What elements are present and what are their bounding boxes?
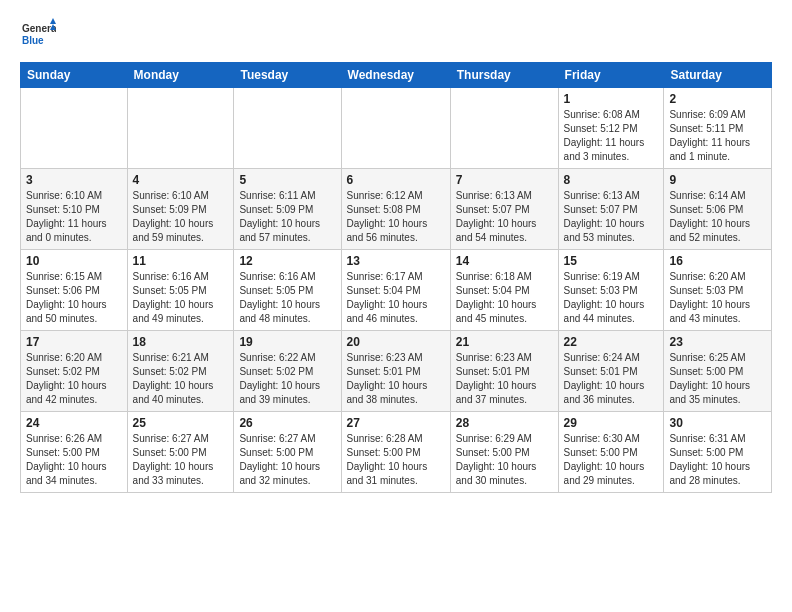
- day-info: Sunrise: 6:22 AM Sunset: 5:02 PM Dayligh…: [239, 351, 335, 407]
- week-row-3: 17Sunrise: 6:20 AM Sunset: 5:02 PM Dayli…: [21, 331, 772, 412]
- day-header-tuesday: Tuesday: [234, 63, 341, 88]
- calendar-cell: 28Sunrise: 6:29 AM Sunset: 5:00 PM Dayli…: [450, 412, 558, 493]
- calendar-cell: 2Sunrise: 6:09 AM Sunset: 5:11 PM Daylig…: [664, 88, 772, 169]
- day-number: 10: [26, 254, 122, 268]
- day-header-wednesday: Wednesday: [341, 63, 450, 88]
- svg-rect-0: [20, 16, 56, 52]
- day-info: Sunrise: 6:19 AM Sunset: 5:03 PM Dayligh…: [564, 270, 659, 326]
- day-header-thursday: Thursday: [450, 63, 558, 88]
- day-info: Sunrise: 6:10 AM Sunset: 5:10 PM Dayligh…: [26, 189, 122, 245]
- calendar-header: SundayMondayTuesdayWednesdayThursdayFrid…: [21, 63, 772, 88]
- day-number: 16: [669, 254, 766, 268]
- day-info: Sunrise: 6:23 AM Sunset: 5:01 PM Dayligh…: [456, 351, 553, 407]
- day-info: Sunrise: 6:26 AM Sunset: 5:00 PM Dayligh…: [26, 432, 122, 488]
- day-header-saturday: Saturday: [664, 63, 772, 88]
- day-number: 24: [26, 416, 122, 430]
- day-number: 14: [456, 254, 553, 268]
- header: General Blue: [20, 16, 772, 52]
- day-header-sunday: Sunday: [21, 63, 128, 88]
- day-number: 4: [133, 173, 229, 187]
- calendar-cell: 18Sunrise: 6:21 AM Sunset: 5:02 PM Dayli…: [127, 331, 234, 412]
- calendar: SundayMondayTuesdayWednesdayThursdayFrid…: [20, 62, 772, 493]
- day-number: 12: [239, 254, 335, 268]
- calendar-cell: 14Sunrise: 6:18 AM Sunset: 5:04 PM Dayli…: [450, 250, 558, 331]
- day-info: Sunrise: 6:14 AM Sunset: 5:06 PM Dayligh…: [669, 189, 766, 245]
- day-number: 22: [564, 335, 659, 349]
- header-row: SundayMondayTuesdayWednesdayThursdayFrid…: [21, 63, 772, 88]
- calendar-cell: 27Sunrise: 6:28 AM Sunset: 5:00 PM Dayli…: [341, 412, 450, 493]
- day-info: Sunrise: 6:29 AM Sunset: 5:00 PM Dayligh…: [456, 432, 553, 488]
- day-info: Sunrise: 6:30 AM Sunset: 5:00 PM Dayligh…: [564, 432, 659, 488]
- day-info: Sunrise: 6:16 AM Sunset: 5:05 PM Dayligh…: [239, 270, 335, 326]
- day-info: Sunrise: 6:27 AM Sunset: 5:00 PM Dayligh…: [239, 432, 335, 488]
- calendar-cell: 20Sunrise: 6:23 AM Sunset: 5:01 PM Dayli…: [341, 331, 450, 412]
- day-info: Sunrise: 6:28 AM Sunset: 5:00 PM Dayligh…: [347, 432, 445, 488]
- calendar-body: 1Sunrise: 6:08 AM Sunset: 5:12 PM Daylig…: [21, 88, 772, 493]
- day-info: Sunrise: 6:15 AM Sunset: 5:06 PM Dayligh…: [26, 270, 122, 326]
- calendar-cell: 16Sunrise: 6:20 AM Sunset: 5:03 PM Dayli…: [664, 250, 772, 331]
- calendar-cell: 13Sunrise: 6:17 AM Sunset: 5:04 PM Dayli…: [341, 250, 450, 331]
- calendar-cell: 19Sunrise: 6:22 AM Sunset: 5:02 PM Dayli…: [234, 331, 341, 412]
- day-number: 30: [669, 416, 766, 430]
- day-number: 21: [456, 335, 553, 349]
- day-number: 11: [133, 254, 229, 268]
- calendar-cell: 8Sunrise: 6:13 AM Sunset: 5:07 PM Daylig…: [558, 169, 664, 250]
- week-row-4: 24Sunrise: 6:26 AM Sunset: 5:00 PM Dayli…: [21, 412, 772, 493]
- calendar-cell: [341, 88, 450, 169]
- calendar-cell: 7Sunrise: 6:13 AM Sunset: 5:07 PM Daylig…: [450, 169, 558, 250]
- calendar-cell: 1Sunrise: 6:08 AM Sunset: 5:12 PM Daylig…: [558, 88, 664, 169]
- day-info: Sunrise: 6:12 AM Sunset: 5:08 PM Dayligh…: [347, 189, 445, 245]
- day-number: 3: [26, 173, 122, 187]
- day-info: Sunrise: 6:10 AM Sunset: 5:09 PM Dayligh…: [133, 189, 229, 245]
- calendar-cell: 12Sunrise: 6:16 AM Sunset: 5:05 PM Dayli…: [234, 250, 341, 331]
- day-number: 9: [669, 173, 766, 187]
- calendar-cell: 25Sunrise: 6:27 AM Sunset: 5:00 PM Dayli…: [127, 412, 234, 493]
- week-row-1: 3Sunrise: 6:10 AM Sunset: 5:10 PM Daylig…: [21, 169, 772, 250]
- calendar-cell: 21Sunrise: 6:23 AM Sunset: 5:01 PM Dayli…: [450, 331, 558, 412]
- day-number: 5: [239, 173, 335, 187]
- day-number: 6: [347, 173, 445, 187]
- day-number: 7: [456, 173, 553, 187]
- day-info: Sunrise: 6:13 AM Sunset: 5:07 PM Dayligh…: [564, 189, 659, 245]
- day-number: 26: [239, 416, 335, 430]
- svg-text:Blue: Blue: [22, 35, 44, 46]
- day-number: 28: [456, 416, 553, 430]
- day-header-monday: Monday: [127, 63, 234, 88]
- day-info: Sunrise: 6:20 AM Sunset: 5:03 PM Dayligh…: [669, 270, 766, 326]
- calendar-cell: 3Sunrise: 6:10 AM Sunset: 5:10 PM Daylig…: [21, 169, 128, 250]
- calendar-cell: [127, 88, 234, 169]
- calendar-cell: 6Sunrise: 6:12 AM Sunset: 5:08 PM Daylig…: [341, 169, 450, 250]
- day-header-friday: Friday: [558, 63, 664, 88]
- calendar-cell: 23Sunrise: 6:25 AM Sunset: 5:00 PM Dayli…: [664, 331, 772, 412]
- logo: General Blue: [20, 16, 60, 52]
- day-info: Sunrise: 6:09 AM Sunset: 5:11 PM Dayligh…: [669, 108, 766, 164]
- day-info: Sunrise: 6:11 AM Sunset: 5:09 PM Dayligh…: [239, 189, 335, 245]
- day-info: Sunrise: 6:21 AM Sunset: 5:02 PM Dayligh…: [133, 351, 229, 407]
- calendar-cell: 22Sunrise: 6:24 AM Sunset: 5:01 PM Dayli…: [558, 331, 664, 412]
- page: General Blue SundayMondayTuesdayWednesda…: [0, 0, 792, 513]
- day-number: 29: [564, 416, 659, 430]
- day-number: 2: [669, 92, 766, 106]
- calendar-cell: 24Sunrise: 6:26 AM Sunset: 5:00 PM Dayli…: [21, 412, 128, 493]
- day-info: Sunrise: 6:25 AM Sunset: 5:00 PM Dayligh…: [669, 351, 766, 407]
- day-info: Sunrise: 6:08 AM Sunset: 5:12 PM Dayligh…: [564, 108, 659, 164]
- day-info: Sunrise: 6:23 AM Sunset: 5:01 PM Dayligh…: [347, 351, 445, 407]
- day-number: 18: [133, 335, 229, 349]
- day-number: 25: [133, 416, 229, 430]
- day-info: Sunrise: 6:17 AM Sunset: 5:04 PM Dayligh…: [347, 270, 445, 326]
- day-number: 20: [347, 335, 445, 349]
- day-number: 17: [26, 335, 122, 349]
- calendar-cell: 29Sunrise: 6:30 AM Sunset: 5:00 PM Dayli…: [558, 412, 664, 493]
- calendar-cell: 9Sunrise: 6:14 AM Sunset: 5:06 PM Daylig…: [664, 169, 772, 250]
- day-info: Sunrise: 6:18 AM Sunset: 5:04 PM Dayligh…: [456, 270, 553, 326]
- week-row-2: 10Sunrise: 6:15 AM Sunset: 5:06 PM Dayli…: [21, 250, 772, 331]
- day-number: 19: [239, 335, 335, 349]
- day-number: 15: [564, 254, 659, 268]
- day-number: 27: [347, 416, 445, 430]
- calendar-cell: 11Sunrise: 6:16 AM Sunset: 5:05 PM Dayli…: [127, 250, 234, 331]
- day-number: 23: [669, 335, 766, 349]
- calendar-cell: 15Sunrise: 6:19 AM Sunset: 5:03 PM Dayli…: [558, 250, 664, 331]
- calendar-cell: 5Sunrise: 6:11 AM Sunset: 5:09 PM Daylig…: [234, 169, 341, 250]
- calendar-cell: [450, 88, 558, 169]
- day-info: Sunrise: 6:16 AM Sunset: 5:05 PM Dayligh…: [133, 270, 229, 326]
